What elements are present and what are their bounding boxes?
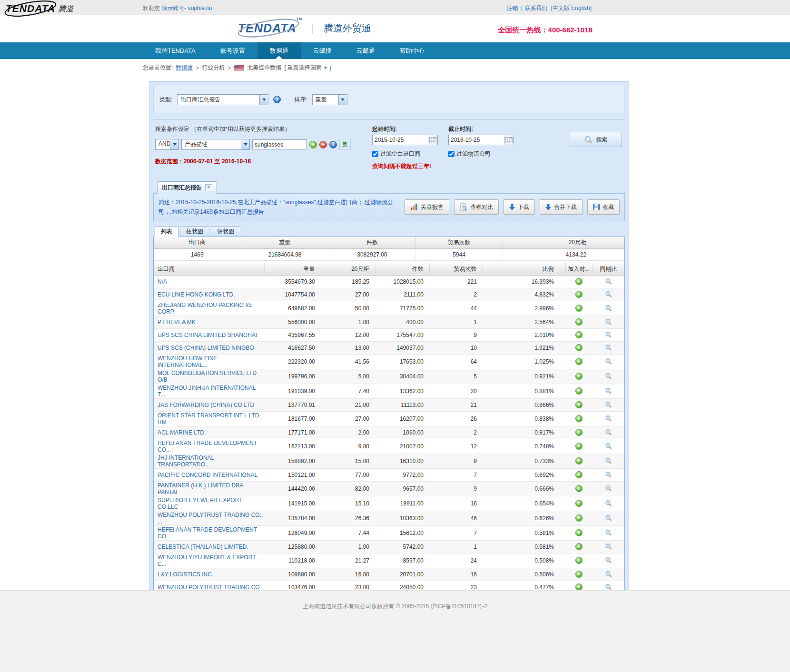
add-to-compare-icon[interactable]: + [575, 318, 583, 326]
yoy-search-icon[interactable] [605, 457, 612, 464]
condition-help-icon[interactable]: ? [329, 141, 337, 148]
yoy-search-icon[interactable] [605, 373, 612, 380]
exporter-name[interactable]: WENZHOU YIYU IMPORT & EXPORT C... [154, 553, 264, 568]
search-button[interactable]: 搜索 [570, 132, 622, 147]
exporter-name[interactable]: PT HEVEA MK [154, 316, 264, 328]
nav-item-mail-hub[interactable]: 云邮通 [344, 42, 387, 59]
nav-item-account-settings[interactable]: 账号设置 [208, 42, 257, 59]
nav-item-help-center[interactable]: 帮助中心 [387, 42, 437, 59]
yoy-search-icon[interactable] [605, 429, 612, 436]
add-to-compare-icon[interactable]: + [575, 529, 583, 536]
yoy-search-icon[interactable] [605, 401, 612, 408]
exporter-name[interactable]: L&Y LOGISTICS INC. [154, 568, 264, 581]
yoy-search-icon[interactable] [605, 415, 612, 422]
exporter-name[interactable]: HEFEI ANAN TRADE DEVELOPMENT CO... [154, 525, 264, 540]
exporter-name[interactable]: JAS FORWARDING (CHINA) CO LTD [154, 398, 264, 411]
add-condition-icon[interactable]: + [309, 141, 317, 148]
exporter-name[interactable]: N/A [154, 275, 264, 288]
type-help-icon[interactable]: ? [273, 96, 281, 103]
add-to-compare-icon[interactable]: + [575, 415, 583, 422]
download-button[interactable]: 下载 [504, 199, 535, 215]
add-to-compare-icon[interactable]: + [575, 443, 583, 450]
filter-logistics-checkbox[interactable] [448, 151, 454, 157]
favorite-button[interactable]: 收藏 [587, 199, 620, 215]
logout-link[interactable]: 注销 [506, 5, 518, 11]
keyword-input[interactable] [252, 139, 307, 149]
breadcrumb-link-data-hub[interactable]: 数据通 [176, 64, 193, 72]
end-date-input[interactable] [449, 135, 504, 145]
reselect-country-button[interactable]: [ 重新选择国家 ] [284, 64, 331, 72]
exporter-name[interactable]: WENZHOU HOW FINE INTERNATIONAL... [154, 354, 264, 369]
tab-exporter-summary-report[interactable]: 出口商汇总报告 × [157, 181, 217, 194]
exporter-name[interactable]: UPS SCS CHINA LIMITED SHANGHAI [154, 328, 264, 341]
yoy-search-icon[interactable] [605, 291, 612, 298]
yoy-search-icon[interactable] [605, 557, 612, 564]
add-to-compare-icon[interactable]: + [575, 429, 583, 436]
yoy-search-icon[interactable] [605, 278, 612, 285]
add-to-compare-icon[interactable]: + [575, 305, 583, 312]
add-to-compare-icon[interactable]: + [575, 373, 583, 380]
yoy-search-icon[interactable] [605, 305, 612, 312]
add-to-compare-icon[interactable]: + [575, 278, 583, 285]
add-to-compare-icon[interactable]: + [575, 571, 583, 578]
yoy-search-icon[interactable] [605, 331, 612, 338]
add-to-compare-icon[interactable]: + [575, 500, 583, 507]
yoy-search-icon[interactable] [605, 358, 612, 365]
add-to-compare-icon[interactable]: + [575, 401, 583, 408]
add-to-compare-icon[interactable]: + [575, 358, 583, 365]
exporter-name[interactable]: SUPERIOR EYEWEAR EXPORT CO.LLC [154, 496, 264, 511]
start-date-input[interactable] [373, 135, 428, 145]
exporter-name[interactable]: WENZHOU POLYTRUST TRADING CO., ... [154, 511, 264, 525]
exporter-name[interactable]: PACIFIC CONCORD INTERNATIONAL [154, 468, 264, 481]
add-to-compare-icon[interactable]: + [575, 387, 583, 395]
nav-item-my-tendata[interactable]: 我的TENDATA [143, 42, 208, 59]
exporter-name[interactable]: JHJ INTERNATIONAL TRANSPORTATIO... [154, 454, 264, 468]
add-to-compare-icon[interactable]: + [575, 543, 583, 550]
exporter-name[interactable]: ECU-LINE HONG KONG LTD. [154, 288, 264, 301]
tab-list-view[interactable]: 列表 [155, 226, 178, 237]
yoy-search-icon[interactable] [605, 387, 612, 395]
exporter-name[interactable]: CELESTICA (THAILAND) LIMITED. [154, 540, 264, 553]
calendar-icon[interactable] [504, 135, 514, 145]
nav-item-data-hub[interactable]: 数据通 [257, 42, 301, 59]
exporter-name[interactable]: ACL MARINE LTD. [154, 426, 264, 439]
add-to-compare-icon[interactable]: + [575, 514, 583, 522]
add-to-compare-icon[interactable]: + [575, 457, 583, 464]
yoy-search-icon[interactable] [605, 485, 612, 492]
merge-download-button[interactable]: 合并下载 [540, 199, 583, 215]
tab-pie-chart-view[interactable]: 饼状图 [211, 226, 240, 237]
exporter-name[interactable]: PANTAINER (H.K.) LIMITED DBA PANTAI [154, 481, 264, 496]
yoy-search-icon[interactable] [605, 514, 612, 522]
close-icon[interactable]: × [205, 184, 212, 191]
yoy-search-icon[interactable] [605, 344, 612, 351]
english-toggle-button[interactable]: 英 [339, 139, 351, 150]
filter-blank-importer-checkbox[interactable] [372, 151, 378, 157]
nav-item-mail-search[interactable]: 云邮搜 [301, 42, 344, 59]
add-to-compare-icon[interactable]: + [575, 344, 583, 351]
yoy-search-icon[interactable] [605, 543, 612, 550]
related-reports-button[interactable]: 关联报告 [405, 199, 449, 215]
yoy-search-icon[interactable] [605, 443, 612, 450]
report-type-select[interactable]: 出口商汇总报告 [177, 94, 268, 105]
exporter-name[interactable]: MOL CONSOLIDATION SERVICE LTD O/B [154, 369, 264, 384]
add-to-compare-icon[interactable]: + [575, 291, 583, 298]
exporter-name[interactable]: UPS SCS (CHINA) LIMITED NINGBO [154, 341, 264, 354]
add-to-compare-icon[interactable]: + [575, 485, 583, 492]
yoy-search-icon[interactable] [605, 318, 612, 326]
exporter-name[interactable]: WENZHOU JINHUA INTERNATIONAL T... [154, 384, 264, 398]
tab-bar-chart-view[interactable]: 柱状图 [180, 226, 209, 237]
language-switch-link[interactable]: [中文版 English] [551, 5, 592, 11]
calendar-icon[interactable] [428, 135, 437, 145]
remove-condition-icon[interactable]: − [319, 141, 327, 148]
yoy-search-icon[interactable] [605, 571, 612, 578]
yoy-search-icon[interactable] [605, 471, 612, 478]
exporter-name[interactable]: HEFEI ANAN TRADE DEVELOPMENT CO... [154, 439, 264, 454]
contact-link[interactable]: 联系我们 [524, 5, 547, 11]
yoy-search-icon[interactable] [605, 529, 612, 536]
boolean-operator-select[interactable]: AND [155, 139, 179, 150]
exporter-name[interactable]: ORIENT STAR TRANSPORT INT L LTD RM [154, 411, 264, 426]
view-comparison-button[interactable]: 查看对比 [454, 199, 499, 215]
add-to-compare-icon[interactable]: + [575, 557, 583, 564]
yoy-search-icon[interactable] [605, 500, 612, 507]
account-link[interactable]: 演示账号- sophie.liu [161, 5, 212, 11]
